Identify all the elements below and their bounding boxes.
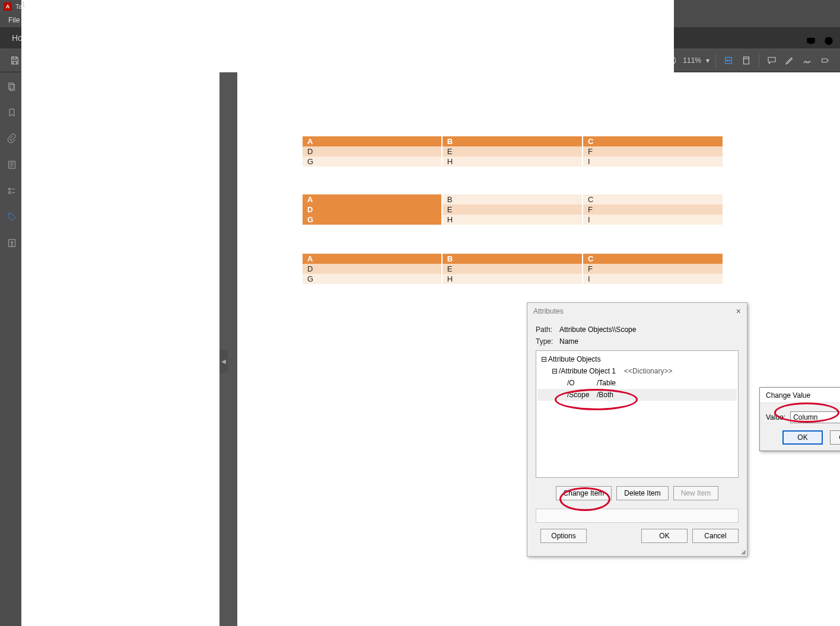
content-icon[interactable]	[5, 158, 19, 172]
bookmarks-icon[interactable]	[5, 106, 19, 120]
zoom-value[interactable]: 111%	[683, 56, 701, 65]
table-cell: G	[303, 274, 442, 284]
attr-tree-root: Attribute Objects	[548, 355, 601, 363]
table-cell: E	[442, 264, 583, 274]
resize-grip-icon[interactable]: ◢	[741, 548, 746, 555]
left-nav-rail	[0, 72, 24, 626]
table-cell: A	[303, 136, 442, 146]
example-table: ABCDEFGHI	[303, 254, 724, 284]
attributes-dialog: Attributes × Path:Attribute Objects\\Sco…	[527, 302, 747, 557]
thumbnails-icon[interactable]	[5, 79, 19, 94]
fit-width-icon[interactable]	[720, 52, 737, 69]
table-cell: H	[442, 274, 583, 284]
main-toolbar: 1 / 1 111% ▾	[0, 49, 840, 72]
cv-ok-button[interactable]: OK	[782, 430, 823, 445]
more-tools-icon[interactable]	[816, 52, 834, 69]
svg-rect-9	[744, 57, 749, 64]
accessibility-icon[interactable]	[5, 236, 19, 250]
svg-rect-11	[10, 84, 15, 91]
attr-val-0: /Table	[597, 379, 616, 387]
svg-rect-0	[807, 38, 815, 43]
new-item-button: New Item	[673, 486, 719, 500]
example-table: ABCDEFGHI	[303, 194, 724, 225]
table-cell: I	[583, 215, 723, 225]
notifications-icon[interactable]	[806, 36, 816, 49]
attr-key-1: /Scope	[567, 391, 597, 399]
change-item-button[interactable]: Change Item	[556, 486, 612, 500]
value-label: Value:	[766, 413, 785, 421]
svg-rect-10	[8, 83, 13, 90]
tags-icon[interactable]	[5, 210, 19, 224]
table-cell: H	[442, 215, 583, 225]
attr-ok-button[interactable]: OK	[641, 529, 688, 543]
table-cell: F	[583, 146, 723, 156]
type-value: Name	[559, 337, 578, 346]
table-cell: I	[583, 156, 723, 167]
attributes-statusbar	[536, 509, 739, 523]
attribute-tree[interactable]: ⊟Attribute Objects ⊟/Attribute Object 1<…	[536, 350, 739, 478]
order-icon[interactable]	[5, 184, 19, 198]
attr-tree-obj: /Attribute Object 1	[559, 367, 616, 375]
zoom-dropdown-icon[interactable]: ▾	[706, 56, 709, 65]
table-cell: H	[442, 156, 583, 167]
help-icon[interactable]	[823, 36, 834, 49]
type-label: Type:	[536, 337, 559, 346]
close-dialog-icon[interactable]: ×	[736, 306, 741, 316]
table-cell: F	[583, 264, 723, 274]
table-cell: B	[442, 136, 583, 146]
sign-icon[interactable]	[798, 52, 816, 69]
fit-page-icon[interactable]	[737, 52, 755, 69]
table-cell: B	[442, 194, 583, 205]
table-cell: F	[583, 205, 723, 215]
attr-tree-obj-type: <<Dictionary>>	[624, 367, 672, 375]
table-cell: G	[303, 156, 442, 167]
table-cell: A	[303, 254, 442, 264]
path-label: Path:	[536, 325, 559, 334]
attr-val-1: /Both	[597, 391, 613, 399]
table-cell: E	[442, 205, 583, 215]
attr-key-0: /O	[567, 379, 597, 387]
attr-cancel-button[interactable]: Cancel	[692, 529, 739, 543]
document-viewport[interactable]: ◀ ABCDEFGHIABCDEFGHIABCDEFGHI Attributes…	[219, 72, 840, 626]
table-cell: C	[583, 194, 723, 205]
table-cell: I	[583, 274, 723, 284]
collapse-panel-icon[interactable]: ◀	[219, 349, 228, 373]
value-input[interactable]	[790, 411, 840, 423]
table-cell: D	[303, 264, 442, 274]
delete-item-button[interactable]: Delete Item	[616, 486, 668, 500]
attributes-dialog-title: Attributes	[533, 307, 564, 315]
table-cell: D	[303, 146, 442, 156]
table-cell: A	[303, 194, 442, 205]
options-button[interactable]: Options	[540, 529, 587, 543]
table-cell: C	[583, 254, 723, 264]
svg-point-14	[11, 241, 12, 242]
comment-icon[interactable]	[763, 52, 781, 69]
path-value: Attribute Objects\\Scope	[559, 325, 636, 334]
app-icon: A	[4, 2, 12, 11]
example-table: ABCDEFGHI	[303, 136, 724, 167]
table-cell: G	[303, 215, 442, 225]
highlight-icon[interactable]	[781, 52, 798, 69]
attachments-icon[interactable]	[5, 132, 19, 146]
table-cell: E	[442, 146, 583, 156]
change-value-title: Change Value	[766, 391, 810, 400]
change-value-dialog: Change Value × Value: OK Cancel ◢	[759, 387, 840, 451]
table-cell: C	[583, 136, 723, 146]
table-cell: D	[303, 205, 442, 215]
cv-cancel-button[interactable]: Cancel	[830, 430, 840, 445]
table-cell: B	[442, 254, 583, 264]
